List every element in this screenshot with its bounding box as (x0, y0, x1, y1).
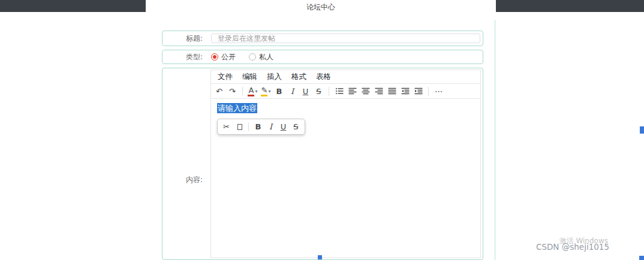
toolbar-separator (428, 87, 429, 96)
italic-icon[interactable]: I (286, 85, 299, 97)
menu-format[interactable]: 格式 (287, 71, 311, 83)
radio-public-circle[interactable] (211, 53, 218, 61)
selection-handle (639, 256, 644, 260)
editor-selected-text: 请输入内容 (217, 103, 257, 113)
radio-public-label: 公开 (221, 52, 236, 62)
content-label: 内容: (162, 68, 209, 259)
menu-insert[interactable]: 插入 (263, 71, 286, 83)
highlight-color-icon[interactable]: ✎ ▾ (260, 85, 272, 97)
editor-quick-toolbar: ✂ B I U S (217, 119, 305, 135)
type-radio-group: 公开 私人 (209, 52, 273, 62)
editor-menubar: 文件 编辑 插入 格式 表格 (211, 70, 480, 84)
toolbar-separator (329, 87, 329, 96)
main-column: 论坛中心 标题: 类型: 公开 私人 内容: 文件 编辑 插入 格式 (146, 0, 496, 260)
justify-icon[interactable] (386, 85, 398, 97)
content-field-row: 内容: 文件 编辑 插入 格式 表格 ↶ ↷ A ▾ (162, 68, 483, 260)
outdent-icon[interactable] (399, 85, 411, 97)
rich-text-editor: 文件 编辑 插入 格式 表格 ↶ ↷ A ▾ (210, 69, 481, 258)
form-container-border (495, 20, 495, 260)
unordered-list-icon[interactable] (333, 85, 345, 97)
editor-toolbar: ↶ ↷ A ▾ ✎ ▾ B I (211, 84, 480, 99)
bold-icon[interactable]: B (273, 85, 285, 97)
italic-icon[interactable]: I (265, 121, 276, 132)
radio-public[interactable]: 公开 (211, 52, 236, 62)
title-field-row: 标题: (162, 31, 483, 46)
radio-private[interactable]: 私人 (249, 52, 273, 62)
title-label: 标题: (162, 34, 209, 44)
more-icon[interactable]: ⋯ (432, 85, 445, 97)
align-left-icon[interactable] (346, 85, 359, 97)
chevron-down-icon: ▾ (268, 89, 270, 94)
editor-content-area[interactable]: 请输入内容 ✂ B I U S (211, 99, 480, 258)
selection-handle (640, 126, 644, 134)
title-input[interactable] (211, 34, 480, 43)
underline-icon[interactable]: U (278, 121, 289, 132)
copy-icon[interactable] (233, 121, 245, 132)
radio-private-circle[interactable] (249, 53, 256, 61)
strikethrough-icon[interactable]: S (312, 85, 325, 97)
cut-icon[interactable]: ✂ (221, 121, 232, 132)
indent-icon[interactable] (412, 85, 425, 97)
underline-icon[interactable]: U (299, 85, 312, 97)
selection-handle (318, 255, 322, 259)
align-right-icon[interactable] (372, 85, 385, 97)
redo-icon[interactable]: ↷ (226, 85, 239, 97)
menu-file[interactable]: 文件 (213, 71, 237, 83)
text-color-icon[interactable]: A ▾ (246, 85, 259, 97)
type-label: 类型: (162, 52, 209, 62)
csdn-watermark: CSDN @sheji1015 (536, 242, 609, 252)
page-title: 论坛中心 (146, 0, 496, 13)
undo-icon[interactable]: ↶ (213, 85, 225, 97)
toolbar-separator (248, 123, 249, 131)
align-center-icon[interactable] (359, 85, 372, 97)
menu-table[interactable]: 表格 (312, 71, 335, 83)
menu-edit[interactable]: 编辑 (238, 71, 261, 83)
toolbar-separator (242, 87, 243, 96)
radio-private-label: 私人 (259, 52, 273, 62)
type-field-row: 类型: 公开 私人 (162, 50, 483, 64)
chevron-down-icon: ▾ (255, 89, 257, 94)
bold-icon[interactable]: B (252, 121, 264, 132)
strikethrough-icon[interactable]: S (290, 121, 302, 132)
